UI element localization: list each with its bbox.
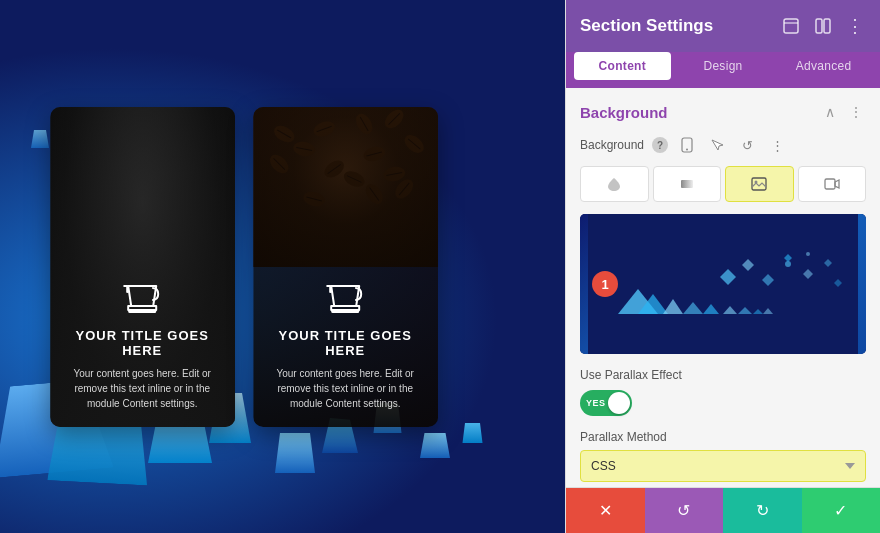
columns-icon[interactable] (812, 15, 834, 37)
cards-container: YOUR TITLE GOES HERE Your content goes h… (50, 107, 438, 427)
collapse-section-button[interactable]: ∧ (820, 102, 840, 122)
settings-panel: Section Settings ⋮ Content Design Advanc… (565, 0, 880, 533)
background-type-selector (580, 166, 866, 202)
cup-icon (323, 278, 367, 316)
card-1-title: YOUR TITLE GOES HERE (64, 328, 221, 358)
bg-type-video-button[interactable] (798, 166, 867, 202)
info-icon[interactable]: ? (652, 137, 668, 153)
discard-button[interactable]: ✕ (566, 488, 645, 533)
tab-design[interactable]: Design (675, 52, 772, 80)
more-options-icon[interactable]: ⋮ (844, 15, 866, 37)
tab-content[interactable]: Content (574, 52, 671, 80)
phone-icon[interactable] (676, 134, 698, 156)
parallax-method-select[interactable]: CSS True Parallax Mouse Move (580, 450, 866, 482)
svg-rect-0 (128, 310, 156, 313)
redo-button[interactable]: ↻ (723, 488, 802, 533)
svg-rect-12 (588, 214, 858, 354)
bg-type-gradient-button[interactable] (653, 166, 722, 202)
tab-advanced[interactable]: Advanced (775, 52, 872, 80)
panel-title: Section Settings (580, 16, 713, 36)
svg-point-14 (806, 252, 810, 256)
svg-rect-5 (824, 19, 830, 33)
card-1: YOUR TITLE GOES HERE Your content goes h… (50, 107, 235, 427)
toggle-yes-label: YES (586, 398, 606, 408)
iceberg-decoration (420, 433, 450, 458)
parallax-toggle-row: Use Parallax Effect YES (580, 368, 866, 416)
toggle-track[interactable]: YES (580, 390, 632, 416)
header-icons: ⋮ (780, 15, 866, 37)
card-content: YOUR TITLE GOES HERE Your content goes h… (50, 262, 235, 427)
bg-type-color-button[interactable] (580, 166, 649, 202)
section-more-button[interactable]: ⋮ (846, 102, 866, 122)
parallax-method-label: Parallax Method (580, 430, 866, 444)
section-title: Background (580, 104, 668, 121)
cursor-icon[interactable] (706, 134, 728, 156)
undo-icon[interactable]: ↺ (736, 134, 758, 156)
cup-icon (120, 278, 164, 316)
svg-rect-1 (331, 310, 359, 313)
parallax-method-row: Parallax Method CSS True Parallax Mouse … (580, 430, 866, 482)
undo-button[interactable]: ↺ (645, 488, 724, 533)
preview-svg (580, 214, 866, 354)
svg-rect-8 (681, 180, 693, 188)
card-2-text: Your content goes here. Edit or remove t… (267, 366, 424, 411)
svg-rect-2 (784, 19, 798, 33)
background-preview[interactable]: 1 (580, 214, 866, 354)
card-content: YOUR TITLE GOES HERE Your content goes h… (253, 262, 438, 427)
bottom-action-bar: ✕ ↺ ↻ ✓ (566, 487, 880, 533)
card-2: YOUR TITLE GOES HERE Your content goes h… (253, 107, 438, 427)
card-2-title: YOUR TITLE GOES HERE (267, 328, 424, 358)
svg-rect-4 (816, 19, 822, 33)
preview-image (580, 214, 866, 354)
options-icon[interactable]: ⋮ (766, 134, 788, 156)
panel-header: Section Settings ⋮ (566, 0, 880, 52)
tabs-bar: Content Design Advanced (566, 52, 880, 88)
parallax-label: Use Parallax Effect (580, 368, 866, 382)
section-header: Background ∧ ⋮ (580, 102, 866, 122)
panel-content: Background ∧ ⋮ Background ? ↺ ⋮ (566, 88, 880, 487)
background-row: Background ? ↺ ⋮ (580, 134, 866, 156)
card-1-text: Your content goes here. Edit or remove t… (64, 366, 221, 411)
parallax-toggle[interactable]: YES (580, 390, 866, 416)
bg-type-image-button[interactable] (725, 166, 794, 202)
toggle-knob (608, 392, 630, 414)
section-controls: ∧ ⋮ (820, 102, 866, 122)
resize-icon[interactable] (780, 15, 802, 37)
canvas-area: YOUR TITLE GOES HERE Your content goes h… (0, 0, 565, 533)
svg-rect-9 (752, 178, 766, 190)
save-button[interactable]: ✓ (802, 488, 881, 533)
layer-badge: 1 (592, 271, 618, 297)
background-label: Background (580, 138, 644, 152)
svg-point-7 (686, 149, 688, 151)
svg-rect-11 (825, 179, 835, 189)
